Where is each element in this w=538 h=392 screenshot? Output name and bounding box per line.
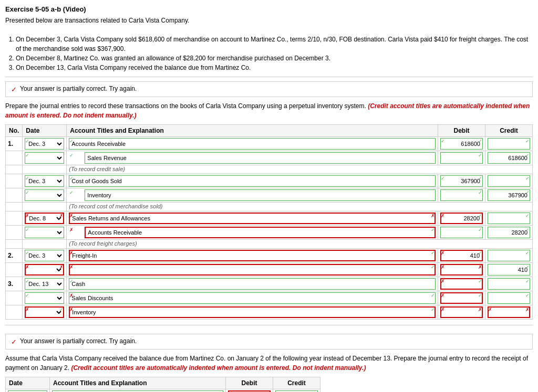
credit-input-sd[interactable] xyxy=(488,292,530,304)
debit-input-inv[interactable] xyxy=(440,189,483,201)
debit-input-sra[interactable] xyxy=(440,213,483,224)
entry-no-empty xyxy=(6,151,23,165)
date-select-inv3[interactable] xyxy=(25,306,64,318)
alert-text-1: Your answer is partially correct. Try ag… xyxy=(20,85,137,92)
date-check-empty: ✓ xyxy=(25,153,29,158)
account-input-inv3[interactable] xyxy=(69,306,436,318)
account-input-cash[interactable] xyxy=(69,278,436,290)
account-input-fi2[interactable] xyxy=(69,264,436,276)
credit-cell-sr: ✓ xyxy=(485,151,533,165)
credit-input[interactable] xyxy=(488,138,530,150)
account-cell-cogs: ✓ xyxy=(67,174,438,188)
date-select-fi2[interactable] xyxy=(25,264,64,276)
col-date-2: Date xyxy=(6,377,50,389)
credit-input-cash[interactable] xyxy=(488,278,530,290)
explanation-text-1: (To record credit sale) xyxy=(69,166,125,172)
explanation-row-3: (To record freight charges) xyxy=(6,239,533,248)
credit-input-inv3[interactable] xyxy=(488,306,530,318)
date-select-empty[interactable] xyxy=(25,152,64,164)
date-select-cash[interactable]: Dec. 13 xyxy=(25,278,64,290)
col-credit-2: Credit xyxy=(273,377,320,389)
credit-cell-cogs: ✓ xyxy=(485,174,533,188)
debit-check-cogs-tl: ✓ xyxy=(441,176,445,181)
alert-box-1: ✓ Your answer is partially correct. Try … xyxy=(5,81,533,97)
col-debit-2: Debit xyxy=(226,377,273,389)
acct-check-cogs: ✓ xyxy=(69,176,74,181)
table-row: 2. ✓ Dec. 3 ✗ ✓ ✗ ✓ xyxy=(6,248,533,262)
explanation-text-2: (To record cost of merchandise sold) xyxy=(69,203,162,209)
second-journal-table: Date Account Titles and Explanation Debi… xyxy=(5,377,320,392)
debit-input-inv3[interactable] xyxy=(440,306,483,318)
table-row: ✓ ✗ ✓ ✗ ✓ ✓ xyxy=(6,291,533,305)
date-select[interactable]: Dec. 3 xyxy=(25,138,64,150)
account-input-sr[interactable] xyxy=(85,152,436,164)
account-input-cogs[interactable] xyxy=(69,175,436,187)
date-check-inv: ✓ xyxy=(25,190,29,195)
col-account: Account Titles and Explanation xyxy=(67,124,438,136)
account-input-inv[interactable] xyxy=(85,189,436,201)
debit-input-cash[interactable] xyxy=(440,278,483,290)
table-row: ✓ ✓ ✓ ✓ xyxy=(6,188,533,202)
account-input-sd[interactable] xyxy=(69,292,436,304)
exercise-title: Exercise 5-05 a-b (Video) xyxy=(5,5,533,13)
table-row: ✗ ✓ ✗ ✓ ✗ ✗ xyxy=(6,305,533,319)
credit-input-fi2[interactable] xyxy=(488,264,530,276)
table-row: 1. ✓ Dec. 3 ✓ ✓ ✓ xyxy=(6,136,533,151)
table-row: ✓ Jan. 2 ✓ ✗ ✓ xyxy=(6,389,320,392)
date-cell-cogs: ✓ Dec. 3 xyxy=(23,174,67,188)
date-check-cogs: ✓ xyxy=(25,176,29,181)
credit-input-cogs[interactable] xyxy=(488,175,530,187)
col-debit: Debit xyxy=(438,124,485,136)
debit-cell-sr: ✓ xyxy=(438,151,485,165)
account-input-sra[interactable] xyxy=(69,213,436,224)
credit-check-cogs-tr: ✓ xyxy=(525,176,530,181)
transaction-2: On December 8, Martinez Co. was granted … xyxy=(16,54,533,63)
debit-input[interactable] xyxy=(440,138,483,150)
transaction-3: On December 13, Carla Vista Company rece… xyxy=(16,63,533,72)
date-select-sra[interactable]: Dec. 8 xyxy=(25,213,64,224)
date-select-sd[interactable] xyxy=(25,292,64,304)
debit-input-ar2[interactable] xyxy=(440,227,483,238)
account-input-fi[interactable] xyxy=(69,250,436,261)
credit-input-sr[interactable] xyxy=(488,152,530,164)
table-row: ✓ ✓ ✓ ✓ xyxy=(6,151,533,165)
debit-input-fi2[interactable] xyxy=(440,264,483,276)
account-input[interactable] xyxy=(69,138,436,150)
col-date: Date xyxy=(23,124,67,136)
intro-text: Presented below are transactions related… xyxy=(5,16,533,25)
alert-icon-1: ✓ xyxy=(11,86,17,93)
transaction-1: On December 3, Carla Vista Company sold … xyxy=(16,35,533,54)
account-input-ar2[interactable] xyxy=(85,227,436,238)
debit-input-sr[interactable] xyxy=(440,152,483,164)
date-select-fi[interactable]: Dec. 3 xyxy=(25,250,64,261)
table-row: ✓ ✗ ✓ ✓ ✓ xyxy=(6,225,533,239)
credit-input-inv[interactable] xyxy=(488,189,530,201)
date-check-tl: ✓ xyxy=(25,139,29,144)
date-cell: ✓ Dec. 3 xyxy=(23,136,67,151)
account-cell-sr: ✓ xyxy=(67,151,438,165)
credit-input-ar2[interactable] xyxy=(488,227,530,238)
table-row: 3. ✓ Dec. 13 ✓ ✗ ✓ xyxy=(6,277,533,291)
debit-input-sd[interactable] xyxy=(440,292,483,304)
instruction-text-2: Assume that Carla Vista Company received… xyxy=(5,354,533,373)
col-account-2: Account Titles and Explanation xyxy=(50,377,226,389)
credit-check-tr: ✓ xyxy=(525,139,530,144)
credit-input-fi[interactable] xyxy=(488,250,530,261)
credit-input-sra[interactable] xyxy=(488,213,530,224)
alert-icon-2: ✓ xyxy=(11,338,17,346)
journal-table-1: No. Date Account Titles and Explanation … xyxy=(5,124,533,320)
debit-cell-cogs: ✓ ✓ xyxy=(438,174,485,188)
acct-check-tl: ✓ xyxy=(69,139,74,144)
debit-check-cogs-tr: ✓ xyxy=(478,176,482,181)
col-no: No. xyxy=(6,124,23,136)
debit-input-fi[interactable] xyxy=(440,250,483,261)
alert-text-2: Your answer is partially correct. Try ag… xyxy=(20,337,137,345)
acct-check-sr: ✓ xyxy=(69,153,74,158)
date-select-inv[interactable] xyxy=(25,189,64,201)
explanation-row-2: (To record cost of merchandise sold) xyxy=(6,202,533,211)
account-cell: ✓ xyxy=(67,136,438,151)
debit-cell: ✓ ✓ xyxy=(438,136,485,151)
date-select-cogs[interactable]: Dec. 3 xyxy=(25,175,64,187)
date-select-ar2[interactable] xyxy=(25,227,64,238)
debit-input-cogs[interactable] xyxy=(440,175,483,187)
